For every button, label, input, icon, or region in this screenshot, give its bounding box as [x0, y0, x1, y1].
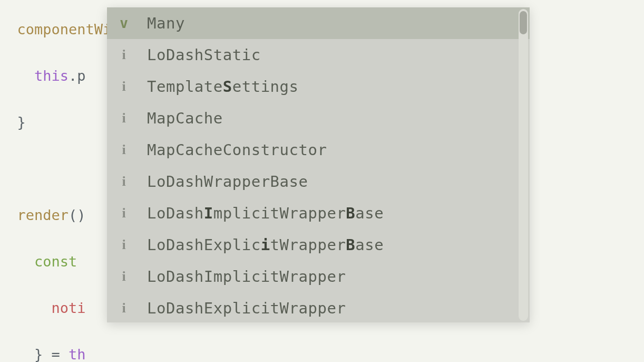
interface-icon: i — [113, 297, 134, 320]
suggestion-item[interactable]: iMapCacheConstructor — [107, 134, 530, 166]
interface-icon: i — [113, 138, 134, 161]
suggestion-item[interactable]: vMany — [107, 7, 530, 39]
suggestion-item[interactable]: iLoDashExplicitWrapper — [107, 292, 530, 322]
scrollbar[interactable] — [519, 9, 528, 321]
autocomplete-popup[interactable]: vManyiLoDashStaticiTemplateSettingsiMapC… — [107, 7, 530, 322]
variable-icon: v — [113, 12, 134, 35]
code-token: render — [0, 207, 69, 223]
code-token: } — [0, 114, 26, 130]
code-token: } = — [0, 346, 69, 362]
interface-icon: i — [113, 233, 134, 256]
suggestion-item[interactable]: iMapCache — [107, 102, 530, 134]
interface-icon: i — [113, 107, 134, 130]
suggestion-item[interactable]: iLoDashImplicitWrapper — [107, 261, 530, 292]
scrollbar-thumb[interactable] — [520, 11, 527, 34]
suggestion-item[interactable]: iLoDashWrapperBase — [107, 166, 530, 197]
suggestion-label: LoDashExplicitWrapperBase — [134, 233, 384, 256]
code-token: noti — [0, 300, 86, 316]
suggestion-label: MapCache — [134, 107, 223, 130]
suggestion-label: LoDashWrapperBase — [134, 170, 308, 193]
interface-icon: i — [113, 170, 134, 193]
code-token: this — [34, 68, 69, 84]
suggestion-item[interactable]: iLoDashImplicitWrapperBase — [107, 197, 530, 229]
suggestion-item[interactable]: iLoDashStatic — [107, 39, 530, 71]
code-token: () — [69, 207, 86, 223]
interface-icon: i — [113, 202, 134, 225]
interface-icon: i — [113, 265, 134, 288]
interface-icon: i — [113, 43, 134, 66]
suggestion-item[interactable]: iLoDashExplicitWrapperBase — [107, 229, 530, 261]
suggestion-item[interactable]: iTemplateSettings — [107, 71, 530, 102]
interface-icon: i — [113, 75, 134, 98]
suggestion-label: LoDashImplicitWrapper — [134, 265, 346, 288]
suggestion-label: MapCacheConstructor — [134, 138, 327, 161]
code-token — [0, 253, 34, 270]
suggestion-label: LoDashStatic — [134, 43, 261, 66]
code-token: th — [69, 346, 86, 362]
code-token: const — [34, 253, 77, 270]
code-token: .p — [69, 68, 86, 84]
suggestion-label: TemplateSettings — [134, 75, 299, 98]
suggestion-label: Many — [134, 12, 185, 35]
suggestion-label: LoDashExplicitWrapper — [134, 297, 346, 320]
code-token — [0, 68, 34, 84]
suggestion-label: LoDashImplicitWrapperBase — [134, 202, 384, 225]
